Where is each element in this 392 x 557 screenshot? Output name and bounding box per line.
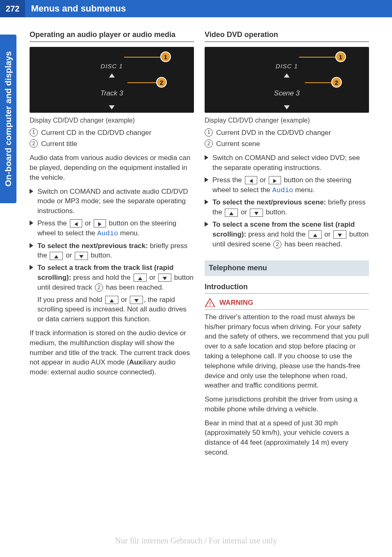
- callout-line-1: [299, 57, 336, 58]
- up-button-key: [134, 274, 147, 282]
- subsection-heading: Introduction: [205, 282, 369, 294]
- callout-line-2: [305, 82, 332, 83]
- left-button-key: [245, 176, 257, 184]
- down-arrow-icon: [109, 105, 115, 109]
- content-columns: Operating an audio player or audio media…: [0, 17, 392, 462]
- text: button.: [264, 208, 287, 216]
- step-item: To select the next/previous scene: brief…: [205, 197, 369, 217]
- up-arrow-icon: [284, 74, 290, 78]
- down-button-key: [333, 230, 346, 239]
- page-number: 272: [0, 0, 25, 17]
- enum-row: 1Current DVD in the CD/DVD changer: [205, 128, 369, 138]
- enum-2-text: Current title: [41, 139, 77, 149]
- enum-row: 2Current scene: [205, 139, 369, 149]
- step-item: To select the next/previous track: brief…: [30, 241, 194, 261]
- warning-paragraph: Bear in mind that at a speed of just 30 …: [205, 418, 369, 457]
- bold-text: To select the next/previous track:: [37, 242, 148, 250]
- left-button-key: [70, 219, 82, 227]
- warning-icon: !: [205, 298, 215, 308]
- left-column: Operating an audio player or audio media…: [30, 30, 194, 462]
- dash-display-right: DISC 1 Scene 3 1 2: [205, 47, 369, 113]
- dash-display-left: DISC 1 Track 3 1 2: [30, 47, 194, 113]
- callout-2: 2: [331, 77, 342, 88]
- step-note: If you press and hold or , the rapid scr…: [37, 295, 194, 324]
- up-button-key: [105, 296, 118, 304]
- step-item: Press the or button on the steering whee…: [30, 218, 194, 239]
- menu-name: Audio: [272, 186, 293, 194]
- enum-1-icon: 1: [30, 128, 38, 137]
- text: press and hold the: [246, 230, 307, 238]
- dash-track-label: Track 3: [100, 88, 123, 98]
- text: or: [323, 230, 333, 238]
- bold-text: Aux: [129, 358, 142, 366]
- right-heading: Video DVD operation: [205, 30, 369, 42]
- text: has been reached.: [282, 240, 342, 248]
- text: menu.: [293, 186, 315, 194]
- step-text: Switch on COMAND and select video DVD; s…: [212, 153, 369, 173]
- step-text: To select the next/previous track: brief…: [37, 241, 194, 261]
- step-item: Switch on COMAND and select video DVD; s…: [205, 153, 369, 173]
- down-button-key: [75, 252, 88, 260]
- text: or: [64, 251, 74, 259]
- paragraph: Audio data from various audio devices or…: [30, 153, 194, 182]
- down-button-key: [130, 296, 143, 304]
- text: has been reached.: [104, 283, 164, 291]
- text: press and hold the: [71, 274, 132, 281]
- section-title: Telephone menu: [205, 260, 369, 276]
- step-text: To select a scene from the scene list (r…: [212, 220, 369, 249]
- left-caption: Display CD/DVD changer (example): [30, 116, 194, 125]
- down-button-key: [250, 209, 263, 217]
- callout-line-1: [124, 57, 161, 58]
- dash-scene-label: Scene 3: [274, 88, 300, 98]
- warning-paragraph: The driver's attention to the road must …: [205, 312, 369, 390]
- step-arrow-icon: [30, 220, 33, 225]
- text: menu.: [118, 229, 140, 237]
- text: If you press and hold: [37, 296, 104, 304]
- page-header: 272 Menus and submenus: [0, 0, 392, 17]
- step-item: To select a scene from the scene list (r…: [205, 220, 369, 249]
- step-arrow-icon: [205, 155, 208, 160]
- step-arrow-icon: [205, 222, 208, 227]
- paragraph: If track information is stored on the au…: [30, 328, 194, 377]
- text: or: [83, 219, 93, 227]
- step-arrow-icon: [30, 189, 33, 194]
- step-arrow-icon: [30, 243, 33, 248]
- text: Press the: [37, 219, 69, 227]
- step-text: Press the or button on the steering whee…: [37, 218, 194, 239]
- enum-row: 1Current CD in the CD/DVD changer: [30, 128, 194, 138]
- right-button-key: [94, 219, 106, 227]
- step-text: Switch on COMAND and activate audio CD/D…: [37, 187, 194, 216]
- inline-enum-2-icon: 2: [273, 240, 281, 248]
- step-item: Press the or button on the steering whee…: [205, 175, 369, 195]
- step-item: To select a track from the track list (r…: [30, 263, 194, 324]
- left-heading: Operating an audio player or audio media: [30, 30, 194, 42]
- text: or: [119, 296, 129, 304]
- up-button-key: [309, 230, 322, 239]
- callout-1: 1: [160, 51, 171, 62]
- enum-2-text: Current scene: [216, 139, 260, 149]
- side-tab: On-board computer and displays: [0, 35, 16, 203]
- step-text: To select a track from the track list (r…: [37, 263, 194, 324]
- header-title: Menus and submenus: [25, 3, 126, 14]
- warning-header: ! WARNING: [205, 298, 369, 310]
- warning-label: WARNING: [219, 298, 253, 308]
- step-text: To select the next/previous scene: brief…: [212, 197, 369, 217]
- up-arrow-icon: [109, 74, 115, 78]
- side-tab-label: On-board computer and displays: [3, 51, 13, 186]
- text: or: [258, 176, 268, 184]
- callout-line-2: [127, 82, 157, 83]
- text: button.: [89, 251, 112, 259]
- enum-2-icon: 2: [205, 139, 213, 148]
- text: Press the: [212, 176, 244, 184]
- callout-1: 1: [335, 51, 346, 62]
- down-arrow-icon: [284, 105, 290, 109]
- enum-1-text: Current CD in the CD/DVD changer: [41, 128, 151, 138]
- inline-enum-2-icon: 2: [95, 283, 103, 292]
- enum-1-text: Current DVD in the CD/DVD changer: [216, 128, 331, 138]
- bold-text: To select the next/previous scene:: [212, 198, 326, 206]
- enum-1-icon: 1: [205, 128, 213, 137]
- right-column: Video DVD operation DISC 1 Scene 3 1 2 D…: [205, 30, 369, 462]
- watermark: Nur für internen Gebrauch / For internal…: [0, 536, 392, 545]
- dash-disc-label: DISC 1: [100, 62, 123, 70]
- enum-2-icon: 2: [30, 139, 38, 148]
